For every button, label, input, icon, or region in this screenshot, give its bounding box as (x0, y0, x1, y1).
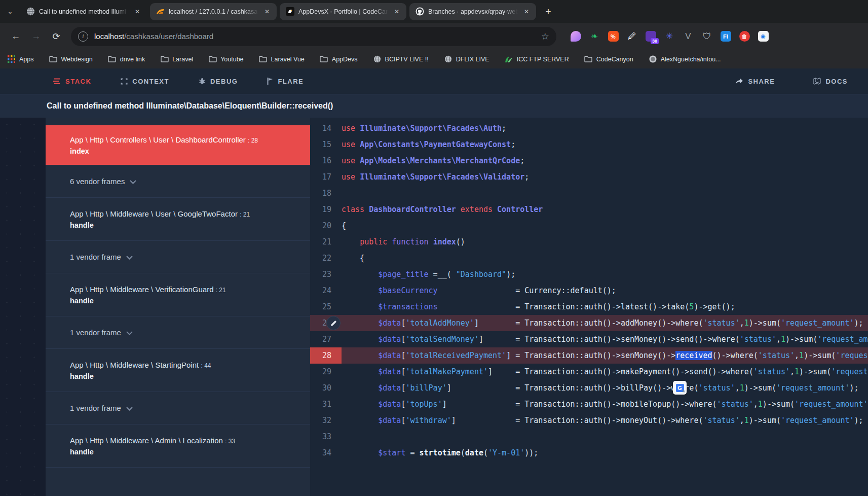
browser-tab-2[interactable]: localhost / 127.0.0.1 / cashkasa✕ (150, 3, 277, 20)
bookmark-label: AppDevs (332, 56, 358, 63)
code-line-22: 22 { (310, 250, 868, 266)
url-text[interactable]: localhost/cashkasa/user/dashboard (94, 32, 213, 41)
bookmark-codecanyon[interactable]: CodeCanyon (584, 55, 633, 63)
address-bar[interactable]: i localhost/cashkasa/user/dashboard ☆ (71, 27, 556, 46)
tab-close-icon[interactable]: ✕ (522, 7, 531, 16)
bookmark-label: Laravel (172, 56, 193, 63)
folder-icon (208, 55, 217, 63)
ext-eyedropper-icon[interactable]: 🖉 (626, 30, 638, 43)
code-line-17: 17use Illuminate\Support\Facades\Validat… (310, 169, 868, 185)
code-line-25: 25 $transactions = Transaction::auth()->… (310, 299, 868, 315)
tab-stack[interactable]: STACK (53, 78, 91, 85)
share-icon (735, 78, 743, 85)
tab-stack-label: STACK (65, 78, 91, 85)
page-info-icon[interactable]: i (78, 31, 88, 42)
reload-button[interactable]: ⟳ (48, 28, 65, 45)
new-tab-button[interactable]: + (541, 5, 555, 19)
bookmark-laravel[interactable]: Laravel (160, 55, 193, 63)
code-line-18: 18 (310, 185, 868, 201)
bookmark-apps[interactable]: Apps (7, 55, 34, 63)
code-line-14: 14use Illuminate\Support\Facades\Auth; (310, 120, 868, 136)
vendor-frames-label: 1 vendor frame (70, 253, 121, 261)
code-line-28: 28 $data['totalReceivedPayment'] = Trans… (310, 347, 868, 364)
code-text: class DashboardController extends Contro… (342, 201, 543, 218)
tab-close-icon[interactable]: ✕ (262, 7, 272, 16)
bookmark-youtube[interactable]: Youtube (208, 55, 243, 63)
docs-button[interactable]: DOCS (813, 78, 848, 85)
bookmark-star-icon[interactable]: ☆ (541, 31, 549, 42)
vendor-frames-toggle[interactable]: 1 vendor frame (46, 316, 310, 349)
code-text: { (342, 218, 346, 234)
ext-green-mantis-icon[interactable]: ❧ (588, 30, 600, 43)
line-number: 22 (310, 250, 342, 266)
vendor-frames-toggle[interactable]: 1 vendor frame (46, 392, 310, 424)
folder-icon (584, 55, 593, 63)
forward-button[interactable]: → (27, 28, 45, 45)
code-line-34: 34 $start = strtotime(date('Y-m-01')); (310, 445, 868, 461)
edit-pencil-icon[interactable] (326, 316, 341, 330)
stack-frame-active[interactable]: App \ Http \ Controllers \ User \ Dashbo… (46, 125, 310, 165)
ext-purple-blob-icon[interactable] (570, 30, 582, 43)
code-line-19: 19class DashboardController extends Cont… (310, 201, 868, 218)
tab-context[interactable]: CONTEXT (121, 78, 169, 85)
line-number: 16 (310, 153, 342, 169)
ext-shield-icon[interactable]: 🛡 (701, 30, 713, 43)
line-number: 29 (310, 364, 342, 380)
bookmark-dflix-live[interactable]: DFLIX LIVE (444, 55, 489, 63)
bookmark-webdesign[interactable]: Webdesign (49, 55, 93, 63)
browser-tab-4[interactable]: Branches · appdevsx/qrpay-web✕ (409, 3, 536, 20)
line-number: 24 (310, 282, 342, 299)
tab-flare[interactable]: FLARE (267, 78, 304, 85)
code-text: $data['totalReceivedPayment'] = Transact… (342, 347, 868, 364)
tab-title: localhost / 127.0.0.1 / cashkasa (169, 8, 258, 15)
frame-spacer (46, 118, 310, 125)
tab-debug[interactable]: DEBUG (199, 78, 238, 85)
ext-purple-cards-icon[interactable]: 30 (645, 30, 657, 43)
vendor-frames-toggle[interactable]: 6 vendor frames (46, 165, 310, 198)
appdevsx-favicon (286, 7, 294, 16)
chevron-down-icon (126, 330, 133, 335)
ext-vue-gray-icon[interactable]: V (682, 30, 694, 43)
bookmark-label: Laravel Vue (271, 56, 305, 63)
tab-close-icon[interactable]: ✕ (133, 7, 142, 16)
bookmark-alexnguetcha-intou-[interactable]: AlexNguetcha/intou... (649, 55, 721, 63)
ext-red-bin-icon[interactable]: 🗑 (738, 30, 750, 43)
debug-bug-icon (199, 78, 206, 85)
ext-blue-burst-icon[interactable]: ✳ (663, 30, 675, 43)
browser-tab-3[interactable]: AppDevsX - Portfolio | CodeCan✕ (280, 3, 406, 20)
ext-fi-blue-icon[interactable]: FI (720, 30, 732, 43)
stack-frame[interactable]: App \ Http \ Middleware \ VerificationGu… (46, 273, 310, 316)
tab-close-icon[interactable]: ✕ (392, 7, 401, 16)
line-number: 30 (310, 380, 342, 396)
stack-frame[interactable]: App \ Http \ Middleware \ Admin \ Locali… (46, 424, 310, 468)
code-line-31: 31 $data['topUps'] = Transaction::auth()… (310, 396, 868, 412)
stack-frame[interactable]: App \ Http \ Middleware \ User \ GoogleT… (46, 198, 310, 241)
frame-line-number: : 28 (248, 137, 258, 144)
vendor-frames-label: 1 vendor frame (70, 404, 121, 412)
bookmark-laravel-vue[interactable]: Laravel Vue (259, 55, 305, 63)
github-icon (649, 55, 657, 63)
bookmark-label: AlexNguetcha/intou... (661, 56, 721, 63)
bookmark-icc-ftp-server[interactable]: ICC FTP SERVER (505, 55, 569, 63)
browser-tab-1[interactable]: Call to undefined method Illumi✕ (20, 3, 147, 20)
frame-line-number: : 21 (216, 287, 226, 294)
ext-white-dot-icon[interactable]: ◉ (757, 30, 769, 43)
ext-orange-percent-icon[interactable]: % (607, 30, 619, 43)
stack-frame[interactable]: App \ Http \ Middleware \ StartingPoint … (46, 349, 310, 392)
frame-method: index (70, 147, 310, 155)
bookmark-bciptv-live-[interactable]: BCIPTV LIVE !! (373, 55, 429, 63)
folder-icon (108, 55, 117, 63)
chevron-down-icon (126, 406, 133, 411)
google-translate-icon[interactable]: G★ (673, 381, 687, 395)
line-number: 25 (310, 299, 342, 315)
bookmark-label: Apps (19, 56, 34, 63)
vendor-frames-toggle[interactable]: 1 vendor frame (46, 241, 310, 273)
globe-icon (373, 55, 382, 63)
chevron-down-icon[interactable]: ⌄ (0, 8, 20, 15)
code-line-23: 23 $page_title =__( "Dashboard"); (310, 266, 868, 282)
bookmark-drive-link[interactable]: drive link (108, 55, 145, 63)
back-button[interactable]: ← (7, 28, 24, 45)
code-text: use Illuminate\Support\Facades\Validator… (342, 169, 529, 185)
bookmark-appdevs[interactable]: AppDevs (320, 55, 358, 63)
share-button[interactable]: SHARE (735, 78, 775, 85)
